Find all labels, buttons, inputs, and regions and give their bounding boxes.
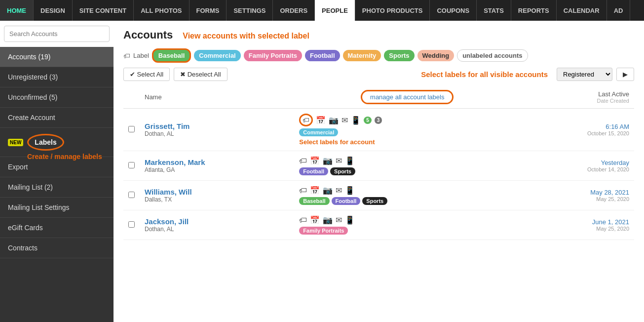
calendar-icon[interactable]: 📅 — [310, 186, 320, 195]
last-active-time: May 28, 2021 — [525, 189, 629, 196]
select-all-button[interactable]: ✔ Select All — [123, 68, 170, 81]
account-location: Dothan, AL — [145, 130, 289, 137]
sidebar-item-mailing-list-settings[interactable]: Mailing List Settings — [0, 198, 114, 218]
tag-button[interactable]: 🏷 — [299, 114, 313, 126]
camera-icon[interactable]: 📷 — [323, 156, 333, 165]
row-label-football[interactable]: Football — [332, 197, 361, 205]
nav-item-calendar[interactable]: CALENDAR — [557, 0, 607, 21]
nav-item-settings[interactable]: SETTINGS — [227, 0, 273, 21]
label-text: Label — [133, 52, 149, 59]
date-created: October 15, 2020 — [525, 130, 629, 136]
deselect-all-button[interactable]: ✖ Deselect All — [174, 68, 227, 81]
nav-item-photo-products[interactable]: PHOTO PRODUCTS — [355, 0, 430, 21]
row-label-commercial[interactable]: Commercial — [299, 128, 338, 136]
last-active-time: Yesterday — [525, 159, 629, 166]
table-row: Markenson, Mark Atlanta, GA 🏷 📅 📷 ✉ 📱 — [123, 151, 634, 181]
sidebar-item-unregistered[interactable]: Unregistered (3) — [0, 67, 114, 87]
labels-circle[interactable]: Labels — [27, 134, 64, 151]
tag-button[interactable]: 🏷 — [299, 216, 307, 225]
email-icon[interactable]: ✉ — [336, 186, 342, 195]
label-tag-sports[interactable]: Sports — [384, 50, 414, 61]
sidebar-item-unconfirmed[interactable]: Unconfirmed (5) — [0, 87, 114, 108]
sidebar-item-contracts[interactable]: Contracts — [0, 238, 114, 258]
sidebar-item-export[interactable]: Export — [0, 157, 114, 177]
label-tag-wedding[interactable]: Wedding — [417, 50, 455, 61]
search-input[interactable] — [4, 26, 110, 42]
account-name-grissett[interactable]: Grissett, Tim — [145, 122, 289, 130]
nav-item-coupons[interactable]: COUPONS — [430, 0, 477, 21]
phone-icon[interactable]: 📱 — [345, 156, 355, 165]
row-checkbox[interactable] — [128, 192, 135, 198]
col-icons: manage all account labels — [294, 86, 520, 109]
last-active-time: June 1, 2021 — [525, 218, 629, 226]
nav-item-stats[interactable]: STATS — [477, 0, 511, 21]
calendar-icon[interactable]: 📅 — [310, 156, 320, 165]
row-label-football[interactable]: Football — [299, 167, 328, 175]
nav-item-orders[interactable]: ORDERS — [273, 0, 315, 21]
nav-item-reports[interactable]: REPORTS — [511, 0, 557, 21]
nav-item-ad[interactable]: AD — [607, 0, 631, 21]
action-bar: ✔ Select All ✖ Deselect All Select label… — [123, 68, 634, 81]
nav-item-all-photos[interactable]: ALL PHOTOS — [134, 0, 189, 21]
sidebar-item-accounts[interactable]: Accounts (19) — [0, 47, 114, 67]
account-icons: 🏷 📅 📷 ✉ 📱 — [299, 186, 515, 195]
email-icon[interactable]: ✉ — [336, 156, 342, 165]
row-label-baseball[interactable]: Baseball — [299, 197, 329, 205]
camera-icon[interactable]: 📷 — [323, 186, 333, 195]
account-name-jackson[interactable]: Jackson, Jill — [145, 217, 289, 226]
badge-gray: 3 — [375, 117, 382, 124]
tag-icon: 🏷 — [123, 52, 130, 60]
phone-icon[interactable]: 📱 — [345, 186, 355, 195]
accounts-table: Name manage all account labels Last Acti… — [123, 86, 634, 240]
camera-icon[interactable]: 📷 — [323, 215, 333, 225]
label-tag-football[interactable]: Football — [305, 50, 340, 61]
phone-icon[interactable]: 📱 — [345, 215, 355, 225]
account-icons-cell: 🏷 📅 📷 ✉ 📱 Football Sports — [294, 151, 520, 181]
search-box — [0, 21, 114, 47]
row-checkbox[interactable] — [128, 126, 135, 132]
label-tag-unlabeled[interactable]: unlabeled accounts — [457, 49, 528, 62]
sidebar-item-labels[interactable]: NEW Labels Create / manage labels — [0, 128, 114, 157]
account-name-cell: Jackson, Jill Dothan, AL — [140, 210, 294, 240]
filter-select[interactable]: Registered Unregistered — [557, 68, 612, 81]
sidebar-item-mailing-list[interactable]: Mailing List (2) — [0, 177, 114, 198]
account-name-cell: Williams, Will Dallas, TX — [140, 181, 294, 210]
camera-icon[interactable]: 📷 — [329, 116, 339, 125]
nav-item-design[interactable]: DESIGN — [34, 0, 73, 21]
row-label-sports[interactable]: Sports — [362, 197, 387, 205]
new-badge-tag: NEW — [8, 139, 23, 146]
row-labels: Family Portraits — [299, 227, 515, 235]
view-label-hint: View accounts with selected label — [183, 32, 309, 40]
label-tag-commercial[interactable]: Commercial — [194, 50, 240, 61]
tag-button[interactable]: 🏷 — [299, 186, 307, 195]
page-title: Accounts — [123, 29, 173, 41]
nav-item-forms[interactable]: FORMS — [189, 0, 227, 21]
row-checkbox[interactable] — [128, 221, 135, 228]
account-name-williams[interactable]: Williams, Will — [145, 188, 289, 196]
tag-button[interactable]: 🏷 — [299, 157, 307, 165]
nav-item-site-content[interactable]: SITE CONTENT — [73, 0, 134, 21]
filter-button[interactable]: ▶ — [616, 68, 634, 81]
sidebar-item-egift-cards[interactable]: eGift Cards — [0, 218, 114, 238]
row-label-family-portraits[interactable]: Family Portraits — [299, 227, 348, 235]
manage-labels-link[interactable]: manage all account labels — [361, 90, 454, 104]
row-label-sports[interactable]: Sports — [330, 167, 355, 175]
account-icons-cell: 🏷 📅 📷 ✉ 📱 Family Portraits — [294, 210, 520, 240]
email-icon[interactable]: ✉ — [341, 116, 348, 125]
row-checkbox[interactable] — [128, 162, 135, 168]
row-labels: Commercial — [299, 128, 515, 136]
select-label-hint: Select labels for all visible accounts — [421, 70, 548, 79]
account-location: Dallas, TX — [145, 196, 289, 203]
label-tag-maternity[interactable]: Maternity — [343, 50, 381, 61]
account-name-markenson[interactable]: Markenson, Mark — [145, 158, 289, 166]
label-tag-baseball[interactable]: Baseball — [152, 48, 191, 63]
nav-item-people[interactable]: PEOPLE — [315, 0, 355, 21]
phone-icon[interactable]: 📱 — [351, 116, 361, 125]
label-tag-family-portraits[interactable]: Family Portraits — [244, 50, 302, 61]
nav-item-home[interactable]: HOME — [0, 0, 34, 21]
table-row: Jackson, Jill Dothan, AL 🏷 📅 📷 ✉ 📱 — [123, 210, 634, 240]
calendar-icon[interactable]: 📅 — [316, 116, 326, 125]
email-icon[interactable]: ✉ — [336, 215, 342, 225]
sidebar-item-create-account[interactable]: Create Account — [0, 108, 114, 128]
calendar-icon[interactable]: 📅 — [310, 215, 320, 225]
